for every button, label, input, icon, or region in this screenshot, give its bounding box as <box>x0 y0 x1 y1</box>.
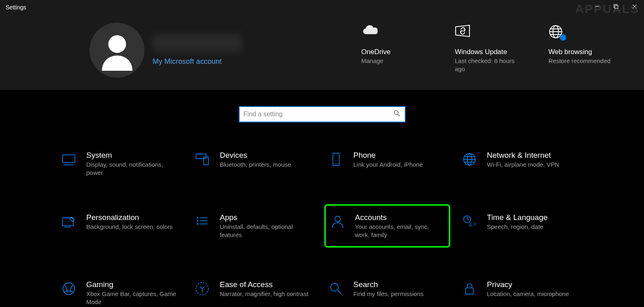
status-sub: Last checked: 8 hours ago <box>455 57 526 74</box>
avatar[interactable] <box>90 23 144 78</box>
my-ms-account-link[interactable]: My Microsoft account <box>153 57 353 66</box>
status-title: Web browsing <box>548 48 620 56</box>
status-web-browsing[interactable]: Web browsing Restore recommended <box>548 24 620 74</box>
svg-rect-15 <box>196 154 206 159</box>
category-desc: Your accounts, email, sync, work, family <box>355 223 445 239</box>
category-title: Search <box>354 280 424 289</box>
search-input[interactable] <box>244 111 393 118</box>
apps-icon <box>194 213 211 229</box>
category-network[interactable]: Network & Internet Wi-Fi, airplane mode,… <box>458 147 584 181</box>
category-title: Gaming <box>86 280 180 289</box>
category-desc: Bluetooth, printers, mouse <box>220 161 291 169</box>
minimize-button[interactable] <box>588 0 607 13</box>
category-title: Apps <box>220 213 313 222</box>
window-controls <box>588 0 644 13</box>
status-cards: OneDrive Manage Windows Update Last chec… <box>361 23 620 74</box>
svg-rect-2 <box>615 5 618 9</box>
devices-icon <box>194 151 211 167</box>
category-personalization[interactable]: Personalization Background, lock screen,… <box>57 209 183 248</box>
category-desc: Speech, region, date <box>487 223 548 231</box>
user-text: My Microsoft account <box>153 35 353 66</box>
svg-point-33 <box>335 216 340 222</box>
category-desc: Wi-Fi, airplane mode, VPN <box>487 161 559 169</box>
time-language-icon: A字 <box>461 213 478 229</box>
status-title: Windows Update <box>455 48 526 56</box>
category-desc: Display, sound, notifications, power <box>86 161 180 176</box>
category-privacy[interactable]: Privacy Location, camera, microphone <box>458 276 584 307</box>
svg-text:A: A <box>469 222 472 228</box>
maximize-button[interactable] <box>607 0 625 13</box>
category-accounts[interactable]: Accounts Your accounts, email, sync, wor… <box>324 204 450 248</box>
svg-rect-44 <box>465 288 473 294</box>
privacy-icon <box>461 280 478 296</box>
phone-icon <box>327 151 345 167</box>
category-desc: Link your Android, iPhone <box>354 161 423 169</box>
search-icon <box>393 110 401 119</box>
svg-rect-25 <box>63 218 74 226</box>
ease-of-access-icon <box>194 280 211 296</box>
svg-point-11 <box>394 111 398 115</box>
system-icon <box>60 151 77 167</box>
svg-point-5 <box>108 35 126 53</box>
personalization-icon <box>60 213 77 229</box>
onedrive-icon <box>361 24 432 40</box>
category-desc: Location, camera, microphone <box>487 290 569 298</box>
header: My Microsoft account OneDrive Manage Win… <box>0 15 644 90</box>
category-ease-of-access[interactable]: Ease of Access Narrator, magnifier, high… <box>190 276 317 307</box>
category-title: Devices <box>220 151 291 160</box>
svg-line-12 <box>398 114 400 116</box>
svg-point-39 <box>63 283 75 295</box>
status-title: OneDrive <box>361 48 432 56</box>
user-block: My Microsoft account <box>90 23 353 78</box>
category-desc: Narrator, magnifier, high contrast <box>220 290 308 298</box>
svg-rect-29 <box>197 223 199 225</box>
category-title: Personalization <box>86 213 173 222</box>
category-desc: Xbox Game Bar, captures, Game Mode <box>86 290 180 306</box>
category-title: Network & Internet <box>487 151 559 160</box>
svg-point-19 <box>335 163 336 165</box>
svg-text:字: 字 <box>472 222 476 226</box>
titlebar: Settings <box>0 0 644 15</box>
category-system[interactable]: System Display, sound, notifications, po… <box>57 147 183 181</box>
status-sub: Restore recommended <box>548 57 620 65</box>
category-title: Accounts <box>355 213 445 222</box>
svg-rect-28 <box>197 220 199 222</box>
search-box[interactable] <box>239 106 406 122</box>
person-icon <box>97 30 138 71</box>
category-desc: Uninstall, defaults, optional features <box>220 223 313 239</box>
svg-point-17 <box>206 163 207 164</box>
category-title: Time & Language <box>487 213 548 222</box>
accounts-icon <box>329 213 346 229</box>
svg-point-42 <box>330 283 338 291</box>
search-row <box>0 106 644 122</box>
gaming-icon <box>60 280 77 296</box>
minimize-icon <box>595 4 600 9</box>
category-desc: Find my files, permissions <box>354 290 424 298</box>
category-apps[interactable]: Apps Uninstall, defaults, optional featu… <box>190 209 317 248</box>
category-gaming[interactable]: Gaming Xbox Game Bar, captures, Game Mod… <box>57 276 183 307</box>
category-title: System <box>86 151 180 160</box>
category-time-language[interactable]: A字 Time & Language Speech, region, date <box>458 209 584 248</box>
network-icon <box>461 151 478 167</box>
user-name-blurred <box>153 35 242 52</box>
svg-rect-13 <box>63 155 75 163</box>
category-title: Privacy <box>487 280 569 289</box>
close-icon <box>632 4 637 9</box>
search-category-icon <box>327 280 345 296</box>
svg-line-43 <box>337 290 341 294</box>
svg-rect-27 <box>197 217 199 219</box>
window-title: Settings <box>6 4 26 11</box>
status-sub: Manage <box>361 57 432 65</box>
category-desc: Background, lock screen, colors <box>86 223 173 231</box>
categories-grid: System Display, sound, notifications, po… <box>0 147 644 307</box>
notification-dot <box>560 34 566 41</box>
close-button[interactable] <box>625 0 644 13</box>
category-phone[interactable]: Phone Link your Android, iPhone <box>324 147 450 181</box>
category-devices[interactable]: Devices Bluetooth, printers, mouse <box>190 147 317 181</box>
status-onedrive[interactable]: OneDrive Manage <box>361 24 432 74</box>
category-search[interactable]: Search Find my files, permissions <box>324 276 450 307</box>
status-windows-update[interactable]: Windows Update Last checked: 8 hours ago <box>455 24 526 74</box>
category-title: Ease of Access <box>220 280 308 289</box>
category-title: Phone <box>354 151 423 160</box>
globe-icon <box>548 24 620 40</box>
